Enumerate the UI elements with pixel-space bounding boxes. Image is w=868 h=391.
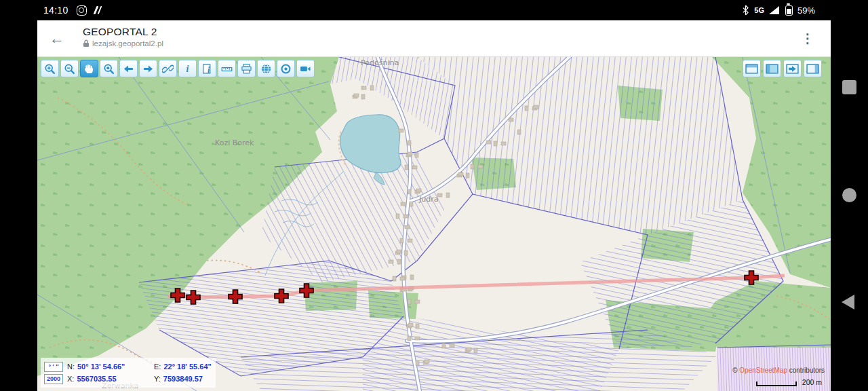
y-label: Y: (154, 375, 161, 383)
link-button[interactable] (159, 60, 177, 77)
print-button[interactable] (237, 60, 256, 77)
home-button[interactable] (842, 188, 856, 202)
left-panel-button[interactable] (763, 60, 781, 77)
y-value: 7593849.57 (163, 375, 203, 383)
zoom-in-button[interactable] (41, 60, 59, 77)
pan-tool-button[interactable] (80, 60, 98, 77)
battery-percent: 59% (797, 5, 815, 16)
openstreetmap-link[interactable]: OpenStreetMap (739, 367, 787, 374)
overflow-menu-icon[interactable]: ⋮ (800, 30, 816, 48)
screen: 14:10 5G 59% ← GEOPORTAL 2 (0, 0, 868, 391)
back-arrow-icon[interactable]: ← (48, 30, 66, 48)
coordinate-format-button[interactable]: ° ' ″ (44, 362, 63, 372)
x-label: X: (67, 375, 74, 383)
measure-button[interactable] (218, 60, 236, 77)
svg-text:i: i (186, 64, 189, 74)
signal-strength-icon (769, 6, 779, 14)
top-panel-button[interactable] (743, 60, 761, 77)
north-value: 50° 13' 54.66" (77, 362, 125, 371)
android-nav-bar (831, 0, 868, 391)
east-value: 22° 18' 55.64" (163, 362, 211, 371)
android-back-button[interactable] (842, 295, 854, 310)
place-label: Judra (418, 195, 438, 204)
x-value: 5567035.55 (77, 375, 116, 383)
coordinates-panel: ° ' ″ N: 50° 13' 54.66" E: 22° 18' 55.64… (41, 358, 216, 388)
right-panel-button[interactable] (804, 60, 822, 77)
browser-window: ← GEOPORTAL 2 lezajsk.geoportal2.pl ⋮ (37, 20, 831, 391)
battery-icon (785, 5, 793, 16)
url-bar[interactable]: lezajsk.geoportal2.pl (83, 39, 163, 48)
scale-bar-label: 200 m (802, 379, 822, 386)
lock-icon (83, 39, 90, 48)
recents-button[interactable] (842, 80, 856, 94)
browser-header: ← GEOPORTAL 2 lezajsk.geoportal2.pl ⋮ (37, 20, 831, 57)
url-text: lezajsk.geoportal2.pl (92, 39, 163, 48)
scale-bar-rule (756, 381, 797, 386)
clock: 14:10 (43, 5, 68, 16)
map-viewport[interactable]: PodośninaKozi BorekJudraZerwanka (37, 57, 831, 391)
previous-view-button[interactable] (119, 60, 138, 77)
bluetooth-icon (742, 5, 749, 16)
page-title: GEOPORTAL 2 (83, 26, 163, 38)
app-notification-icon (93, 6, 102, 14)
camera-button[interactable] (296, 60, 315, 77)
place-label: Kozi Borek (215, 138, 254, 147)
zoom-out-button[interactable] (60, 60, 79, 77)
place-label: Podośnina (361, 58, 399, 67)
globe-button[interactable] (257, 60, 275, 77)
android-status-bar: 14:10 5G 59% (0, 0, 868, 20)
next-view-button[interactable] (139, 60, 157, 77)
map-toolbar: i i (41, 60, 315, 77)
map-canvas[interactable]: PodośninaKozi BorekJudraZerwanka (37, 57, 831, 391)
map-attribution: © OpenStreetMap contributors (732, 367, 825, 374)
instagram-notification-icon (77, 5, 87, 16)
north-label: N: (67, 362, 75, 371)
scale-bar: 200 m (756, 379, 822, 386)
east-label: E: (154, 362, 161, 371)
network-type-label: 5G (754, 6, 764, 14)
scale-input[interactable]: 2000 (44, 374, 63, 384)
info-button[interactable]: i (178, 60, 197, 77)
feature-info-button[interactable]: i (198, 60, 216, 77)
panel-layout-buttons (743, 60, 822, 77)
locate-button[interactable] (277, 60, 295, 77)
zoom-window-button[interactable] (100, 60, 118, 77)
open-panel-button[interactable] (783, 60, 802, 77)
